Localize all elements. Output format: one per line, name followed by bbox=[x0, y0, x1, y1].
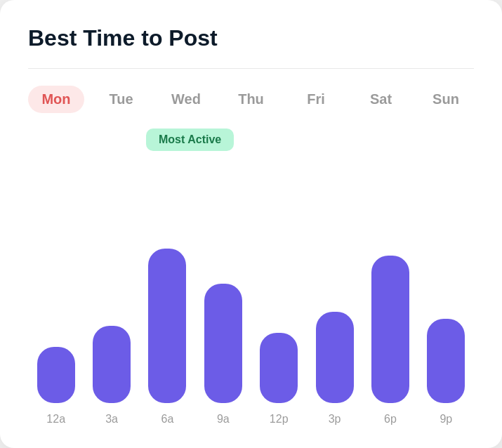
bar-3p bbox=[316, 312, 354, 403]
page-title: Best Time to Post bbox=[28, 25, 474, 51]
bar-wrapper-12a bbox=[28, 347, 84, 403]
day-tab-sat[interactable]: Sat bbox=[353, 86, 409, 113]
time-label-12a: 12a bbox=[28, 413, 84, 426]
day-tab-mon[interactable]: Mon bbox=[28, 86, 84, 113]
bar-wrapper-9p bbox=[418, 319, 474, 403]
best-time-card: Best Time to Post MonTueWedThuFriSatSun … bbox=[0, 0, 502, 448]
bar-wrapper-3p bbox=[307, 312, 362, 403]
day-tab-thu[interactable]: Thu bbox=[223, 86, 279, 113]
bar-wrapper-12p bbox=[251, 333, 307, 403]
bar-wrapper-3a bbox=[84, 326, 139, 403]
time-label-12p: 12p bbox=[251, 413, 307, 426]
bar-12a bbox=[37, 347, 75, 403]
most-active-label: Most Active bbox=[146, 129, 234, 151]
bar-12p bbox=[260, 333, 298, 403]
bar-wrapper-6a bbox=[140, 249, 195, 403]
chart-area: Most Active 12a3a6a9a12p3p6p9p bbox=[28, 133, 474, 426]
day-tab-fri[interactable]: Fri bbox=[288, 86, 344, 113]
bars-container bbox=[28, 133, 474, 403]
bar-9p bbox=[427, 319, 465, 403]
time-label-9p: 9p bbox=[418, 413, 474, 426]
day-tabs-row: MonTueWedThuFriSatSun bbox=[28, 86, 474, 113]
day-tab-sun[interactable]: Sun bbox=[418, 86, 474, 113]
bar-6p bbox=[371, 256, 409, 403]
bar-wrapper-9a bbox=[195, 284, 251, 403]
bar-6a bbox=[148, 249, 186, 403]
divider bbox=[28, 68, 474, 69]
bar-3a bbox=[93, 326, 131, 403]
time-label-3a: 3a bbox=[84, 413, 139, 426]
time-label-6a: 6a bbox=[140, 413, 195, 426]
time-labels-row: 12a3a6a9a12p3p6p9p bbox=[28, 413, 474, 426]
bar-9a bbox=[204, 284, 242, 403]
day-tab-wed[interactable]: Wed bbox=[158, 86, 214, 113]
time-label-3p: 3p bbox=[307, 413, 362, 426]
day-tab-tue[interactable]: Tue bbox=[93, 86, 150, 113]
time-label-9a: 9a bbox=[195, 413, 251, 426]
bar-wrapper-6p bbox=[362, 256, 418, 403]
time-label-6p: 6p bbox=[362, 413, 418, 426]
